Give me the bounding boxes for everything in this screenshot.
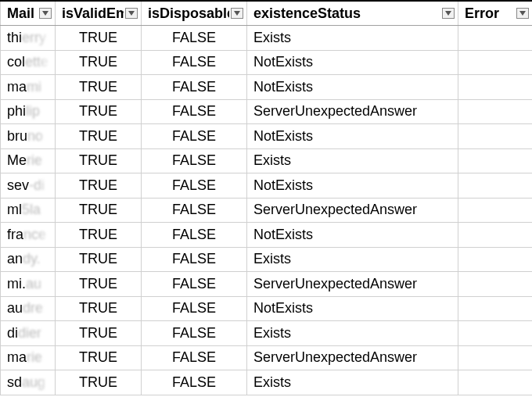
filter-dropdown-icon[interactable]: [516, 8, 529, 19]
cell-isdisposable[interactable]: FALSE: [142, 148, 247, 173]
cell-existencestatus[interactable]: NotExists: [247, 50, 458, 75]
cell-error[interactable]: [458, 321, 533, 346]
cell-isdisposable[interactable]: FALSE: [142, 26, 247, 51]
cell-existencestatus[interactable]: NotExists: [247, 296, 458, 321]
cell-existencestatus[interactable]: Exists: [247, 247, 458, 272]
cell-existencestatus[interactable]: NotExists: [247, 124, 458, 149]
cell-existencestatus[interactable]: NotExists: [247, 75, 458, 100]
cell-mail[interactable]: sev-di: [1, 173, 56, 198]
cell-mail[interactable]: audre: [1, 296, 56, 321]
cell-isvalidemail[interactable]: TRUE: [56, 223, 142, 248]
cell-isvalidemail[interactable]: TRUE: [56, 345, 142, 370]
cell-isdisposable[interactable]: FALSE: [142, 321, 247, 346]
cell-error[interactable]: [458, 272, 533, 297]
cell-isdisposable[interactable]: FALSE: [142, 50, 247, 75]
cell-mail[interactable]: france: [1, 223, 56, 248]
cell-error[interactable]: [458, 345, 533, 370]
cell-mail[interactable]: marie: [1, 345, 56, 370]
cell-error[interactable]: [458, 223, 533, 248]
cell-error[interactable]: [458, 124, 533, 149]
cell-mail[interactable]: andy.: [1, 247, 56, 272]
cell-existencestatus[interactable]: NotExists: [247, 173, 458, 198]
cell-existencestatus[interactable]: ServerUnexpectedAnswer: [247, 345, 458, 370]
cell-mail[interactable]: sdaug: [1, 370, 56, 395]
cell-isdisposable[interactable]: FALSE: [142, 247, 247, 272]
cell-isdisposable[interactable]: FALSE: [142, 345, 247, 370]
filter-dropdown-icon[interactable]: [442, 8, 455, 19]
cell-isdisposable[interactable]: FALSE: [142, 223, 247, 248]
cell-error[interactable]: [458, 370, 533, 395]
cell-error[interactable]: [458, 75, 533, 100]
cell-isvalidemail[interactable]: TRUE: [56, 370, 142, 395]
cell-isdisposable[interactable]: FALSE: [142, 75, 247, 100]
header-error[interactable]: Error: [458, 1, 533, 26]
cell-error[interactable]: [458, 296, 533, 321]
header-existencestatus[interactable]: existenceStatus: [247, 1, 458, 26]
table-row: didierTRUEFALSEExists: [1, 321, 533, 346]
mail-text-fuzzy: erry: [22, 30, 46, 45]
cell-error[interactable]: [458, 50, 533, 75]
header-mail[interactable]: Mail: [1, 1, 56, 26]
cell-isvalidemail[interactable]: TRUE: [56, 124, 142, 149]
filter-dropdown-icon[interactable]: [231, 8, 243, 19]
cell-isvalidemail[interactable]: TRUE: [56, 247, 142, 272]
cell-existencestatus[interactable]: NotExists: [247, 223, 458, 248]
cell-existencestatus[interactable]: Exists: [247, 26, 458, 51]
cell-isdisposable[interactable]: FALSE: [142, 198, 247, 223]
mail-text-fuzzy: rie: [27, 152, 42, 168]
cell-error[interactable]: [458, 173, 533, 198]
cell-error[interactable]: [458, 99, 533, 124]
mail-text-fuzzy: ette: [25, 54, 49, 70]
cell-isvalidemail[interactable]: TRUE: [56, 321, 142, 346]
header-isvalidemail[interactable]: isValidEmail: [56, 1, 142, 26]
cell-isdisposable[interactable]: FALSE: [142, 272, 247, 297]
cell-mail[interactable]: bruno: [1, 124, 56, 149]
filter-dropdown-icon[interactable]: [39, 8, 52, 19]
cell-isdisposable[interactable]: FALSE: [142, 124, 247, 149]
mail-text-sharp: col: [7, 54, 25, 70]
table-row: thierryTRUEFALSEExists: [1, 26, 533, 51]
header-isdisposable[interactable]: isDisposable: [142, 1, 247, 26]
cell-error[interactable]: [458, 148, 533, 173]
cell-isvalidemail[interactable]: TRUE: [56, 26, 142, 51]
table-row: brunoTRUEFALSENotExists: [1, 124, 533, 149]
cell-existencestatus[interactable]: ServerUnexpectedAnswer: [247, 198, 458, 223]
cell-existencestatus[interactable]: ServerUnexpectedAnswer: [247, 272, 458, 297]
cell-isvalidemail[interactable]: TRUE: [56, 148, 142, 173]
cell-isvalidemail[interactable]: TRUE: [56, 296, 142, 321]
cell-mail[interactable]: philip: [1, 99, 56, 124]
cell-existencestatus[interactable]: Exists: [247, 370, 458, 395]
cell-existencestatus[interactable]: Exists: [247, 321, 458, 346]
cell-mail[interactable]: colette: [1, 50, 56, 75]
cell-isdisposable[interactable]: FALSE: [142, 99, 247, 124]
cell-mail[interactable]: mi.au: [1, 272, 56, 297]
table-row: sev-diTRUEFALSENotExists: [1, 173, 533, 198]
table-row: franceTRUEFALSENotExists: [1, 223, 533, 248]
cell-mail[interactable]: didier: [1, 321, 56, 346]
cell-mail[interactable]: ml5la: [1, 198, 56, 223]
cell-error[interactable]: [458, 247, 533, 272]
cell-mail[interactable]: mami: [1, 75, 56, 100]
cell-isvalidemail[interactable]: TRUE: [56, 75, 142, 100]
mail-text-fuzzy: rie: [27, 349, 42, 365]
table-row: mamiTRUEFALSENotExists: [1, 75, 533, 100]
spreadsheet-table: Mail isValidEmail isDisposable: [0, 0, 532, 395]
cell-isdisposable[interactable]: FALSE: [142, 370, 247, 395]
cell-error[interactable]: [458, 198, 533, 223]
cell-existencestatus[interactable]: ServerUnexpectedAnswer: [247, 99, 458, 124]
cell-isvalidemail[interactable]: TRUE: [56, 272, 142, 297]
cell-error[interactable]: [458, 26, 533, 51]
cell-isvalidemail[interactable]: TRUE: [56, 50, 142, 75]
cell-isdisposable[interactable]: FALSE: [142, 173, 247, 198]
cell-isvalidemail[interactable]: TRUE: [56, 173, 142, 198]
cell-existencestatus[interactable]: Exists: [247, 148, 458, 173]
cell-isdisposable[interactable]: FALSE: [142, 296, 247, 321]
filter-dropdown-icon[interactable]: [125, 8, 138, 19]
table-row: MerieTRUEFALSEExists: [1, 148, 533, 173]
cell-mail[interactable]: thierry: [1, 26, 56, 51]
cell-isvalidemail[interactable]: TRUE: [56, 99, 142, 124]
cell-isvalidemail[interactable]: TRUE: [56, 198, 142, 223]
cell-mail[interactable]: Merie: [1, 148, 56, 173]
mail-text-sharp: ml: [7, 202, 22, 217]
table-row: philipTRUEFALSEServerUnexpectedAnswer: [1, 99, 533, 124]
